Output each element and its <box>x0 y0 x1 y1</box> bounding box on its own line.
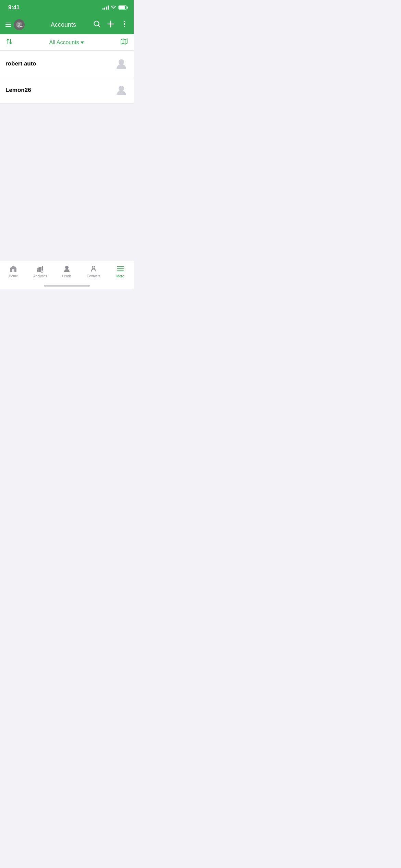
filter-bar: All Accounts <box>0 34 134 51</box>
filter-label: All Accounts <box>49 39 79 46</box>
tab-home[interactable]: Home <box>0 265 27 278</box>
menu-icon[interactable] <box>5 23 11 27</box>
map-icon[interactable] <box>120 37 128 47</box>
empty-content-area <box>0 104 134 269</box>
sort-icon[interactable] <box>5 38 13 47</box>
tab-analytics-label: Analytics <box>33 274 47 278</box>
analytics-icon <box>36 265 44 273</box>
tab-leads-label: Leads <box>62 274 71 278</box>
svg-rect-17 <box>37 269 38 272</box>
page-title: Accounts <box>26 21 101 28</box>
account-name-1: robert auto <box>5 60 36 67</box>
tab-home-label: Home <box>9 274 18 278</box>
svg-point-25 <box>92 266 95 269</box>
signal-bars-icon <box>102 5 109 10</box>
account-list: robert auto Lemon26 <box>0 51 134 104</box>
overflow-menu-icon[interactable] <box>121 20 128 29</box>
svg-point-9 <box>124 23 125 25</box>
filter-dropdown[interactable]: All Accounts <box>49 39 84 46</box>
home-bar-indicator <box>44 285 90 287</box>
leads-icon <box>63 265 71 273</box>
account-item-2[interactable]: Lemon26 <box>0 77 134 104</box>
header-left <box>5 19 26 30</box>
status-time: 9:41 <box>8 4 20 11</box>
tab-contacts[interactable]: Contacts <box>80 265 107 278</box>
tab-analytics[interactable]: Analytics <box>27 265 53 278</box>
account-name-2: Lemon26 <box>5 87 31 94</box>
svg-line-5 <box>98 25 100 27</box>
svg-point-10 <box>124 26 125 27</box>
svg-point-3 <box>21 26 22 27</box>
svg-point-1 <box>18 23 20 25</box>
status-icons <box>102 5 127 10</box>
svg-point-8 <box>124 21 125 22</box>
more-icon <box>116 265 124 273</box>
user-avatar[interactable] <box>14 19 25 30</box>
svg-point-22 <box>65 266 69 269</box>
add-icon[interactable] <box>107 20 114 29</box>
tab-leads[interactable]: Leads <box>53 265 80 278</box>
account-avatar-2 <box>114 83 128 97</box>
battery-icon <box>118 5 127 10</box>
home-icon <box>9 265 17 273</box>
tab-more-label: More <box>117 274 124 278</box>
contacts-icon <box>89 265 98 273</box>
status-bar: 9:41 <box>0 0 134 15</box>
search-icon[interactable] <box>93 20 101 29</box>
tab-more[interactable]: More <box>107 265 134 278</box>
header-actions <box>101 20 128 29</box>
account-item-1[interactable]: robert auto <box>0 51 134 77</box>
tab-contacts-label: Contacts <box>87 274 100 278</box>
chevron-down-icon <box>81 41 84 44</box>
svg-rect-18 <box>38 268 40 272</box>
account-avatar-1 <box>114 57 128 71</box>
wifi-icon <box>111 5 116 10</box>
header: Accounts <box>0 15 134 34</box>
svg-point-15 <box>119 59 124 65</box>
svg-point-16 <box>119 86 124 91</box>
